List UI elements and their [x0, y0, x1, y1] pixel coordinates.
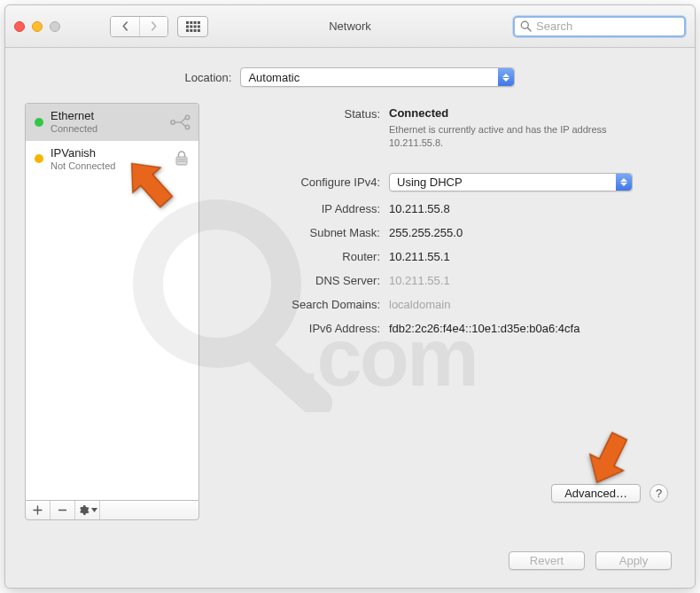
popup-stepper-cap: [616, 174, 632, 191]
window-close-button[interactable]: [14, 21, 25, 32]
svg-rect-11: [186, 29, 189, 32]
svg-line-16: [527, 27, 531, 31]
location-label: Location:: [185, 71, 232, 84]
help-button[interactable]: ?: [649, 484, 668, 503]
ip-address-value: 10.211.55.8: [389, 202, 450, 215]
plus-icon: [33, 505, 43, 515]
status-description: Ethernet is currently active and has the…: [389, 123, 661, 150]
svg-rect-5: [193, 21, 196, 24]
svg-rect-8: [190, 25, 192, 27]
service-details-panel: Status: Connected Ethernet is currently …: [215, 103, 679, 520]
chevron-left-icon: [121, 21, 130, 31]
show-all-prefs-button[interactable]: [177, 16, 208, 37]
chevron-right-icon: [149, 21, 159, 31]
remove-service-button[interactable]: [51, 501, 75, 519]
window-titlebar: Network: [5, 5, 695, 48]
status-dot-connected: [35, 118, 43, 127]
location-row: Location: Automatic: [5, 48, 695, 103]
svg-point-17: [171, 121, 175, 124]
svg-rect-22: [178, 161, 186, 162]
svg-rect-21: [178, 159, 186, 160]
chevron-up-icon: [620, 178, 627, 182]
nav-forward-button[interactable]: [139, 17, 167, 36]
configure-ipv4-label: Configure IPv4:: [251, 176, 380, 189]
chevron-down-icon: [620, 183, 627, 186]
svg-rect-13: [193, 29, 196, 32]
chevron-down-icon: [502, 78, 509, 82]
apply-button[interactable]: Apply: [595, 551, 672, 570]
search-domains-value: localdomain: [389, 298, 450, 311]
svg-point-19: [185, 125, 189, 129]
search-icon: [520, 20, 532, 32]
service-name: Ethernet: [51, 110, 97, 123]
add-service-button[interactable]: [26, 501, 51, 519]
svg-rect-10: [197, 25, 199, 27]
location-popup[interactable]: Automatic: [240, 67, 515, 87]
window-traffic-lights: [14, 21, 60, 32]
dns-server-value: 10.211.55.1: [389, 274, 450, 287]
configure-ipv4-value: Using DHCP: [397, 176, 463, 189]
window-zoom-button[interactable]: [50, 21, 60, 32]
ethernet-icon: [170, 113, 191, 131]
svg-rect-9: [193, 25, 196, 27]
nav-back-button[interactable]: [111, 17, 139, 36]
services-sidebar: Ethernet Connected IP: [25, 103, 199, 520]
status-value: Connected: [389, 106, 661, 120]
grid-icon: [186, 21, 200, 32]
vpn-lock-icon: [172, 150, 191, 168]
router-value: 10.211.55.1: [389, 250, 450, 263]
status-label: Status:: [251, 106, 380, 150]
services-footer-bar: [25, 500, 199, 520]
configure-ipv4-popup[interactable]: Using DHCP: [389, 173, 633, 191]
ip-address-label: IP Address:: [251, 202, 380, 215]
service-item-ethernet[interactable]: Ethernet Connected: [26, 104, 198, 141]
svg-rect-12: [190, 29, 192, 32]
popup-stepper-cap: [498, 68, 514, 86]
svg-point-18: [185, 115, 189, 119]
svg-rect-7: [186, 25, 189, 27]
revert-button[interactable]: Revert: [509, 551, 585, 570]
services-list[interactable]: Ethernet Connected IP: [25, 103, 199, 500]
window-minimize-button[interactable]: [32, 21, 43, 32]
search-domains-label: Search Domains:: [251, 298, 380, 311]
nav-back-forward-group: [110, 16, 168, 37]
subnet-mask-value: 255.255.255.0: [389, 226, 463, 239]
service-actions-menu[interactable]: [75, 501, 100, 519]
svg-rect-14: [197, 29, 199, 32]
ipv6-address-value: fdb2:2c26:f4e4::10e1:d35e:b0a6:4cfa: [389, 322, 579, 335]
svg-rect-4: [190, 21, 192, 24]
ipv6-address-label: IPv6 Address:: [251, 322, 380, 335]
status-dot-not-connected: [35, 154, 43, 163]
svg-rect-3: [186, 21, 189, 24]
gear-icon: [78, 504, 89, 516]
svg-rect-6: [197, 21, 199, 24]
advanced-button[interactable]: Advanced…: [551, 484, 641, 503]
location-selected-value: Automatic: [248, 71, 299, 84]
search-input[interactable]: [536, 20, 679, 33]
service-status: Connected: [51, 123, 97, 135]
dns-server-label: DNS Server:: [251, 274, 380, 287]
chevron-up-icon: [502, 74, 509, 77]
chevron-down-icon: [91, 508, 97, 512]
search-field[interactable]: [513, 16, 686, 37]
subnet-mask-label: Subnet Mask:: [251, 226, 380, 239]
router-label: Router:: [251, 250, 380, 263]
service-item-ipvanish[interactable]: IPVanish Not Connected: [26, 141, 198, 178]
service-status: Not Connected: [51, 160, 115, 172]
minus-icon: [58, 505, 67, 515]
service-name: IPVanish: [51, 147, 115, 160]
